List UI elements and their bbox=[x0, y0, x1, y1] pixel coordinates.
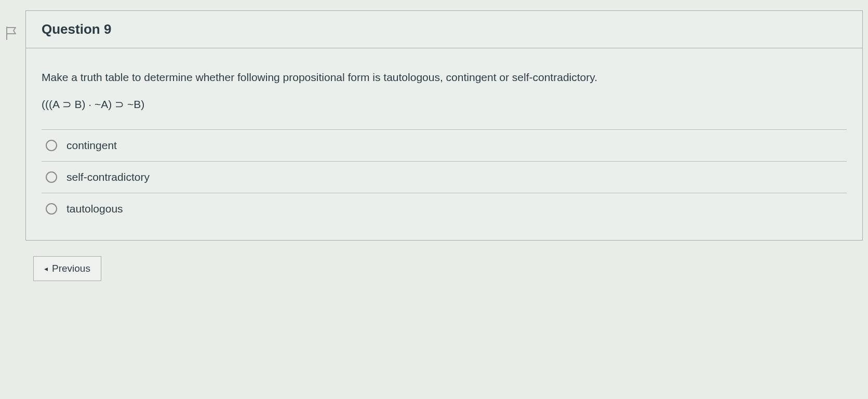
question-prompt: Make a truth table to determine whether … bbox=[42, 69, 847, 86]
caret-left-icon: ◂ bbox=[44, 264, 48, 273]
option-label: contingent bbox=[66, 139, 117, 152]
question-formula: (((A ⊃ B) · ~A) ⊃ ~B) bbox=[42, 98, 847, 111]
option-label: self-contradictory bbox=[66, 171, 150, 183]
option-tautologous[interactable]: tautologous bbox=[42, 193, 847, 224]
nav-area: ◂ Previous bbox=[5, 256, 863, 281]
option-contingent[interactable]: contingent bbox=[42, 130, 847, 162]
flag-icon[interactable] bbox=[5, 26, 18, 41]
radio-icon bbox=[46, 171, 57, 183]
previous-label: Previous bbox=[52, 263, 90, 274]
question-body: Make a truth table to determine whether … bbox=[26, 48, 862, 240]
option-self-contradictory[interactable]: self-contradictory bbox=[42, 162, 847, 193]
radio-icon bbox=[46, 203, 57, 215]
question-card: Question 9 Make a truth table to determi… bbox=[25, 10, 863, 241]
question-title: Question 9 bbox=[42, 21, 847, 37]
option-label: tautologous bbox=[66, 203, 123, 215]
question-header: Question 9 bbox=[26, 11, 862, 48]
options-list: contingent self-contradictory tautologou… bbox=[42, 129, 847, 224]
previous-button[interactable]: ◂ Previous bbox=[33, 256, 101, 281]
radio-icon bbox=[46, 140, 57, 151]
